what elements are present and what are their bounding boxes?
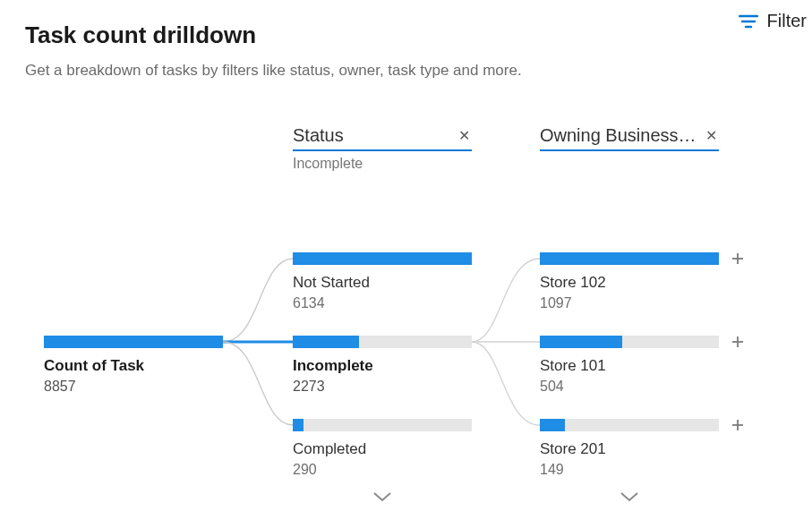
owning-value: 1097: [540, 295, 719, 311]
filter-icon: [739, 13, 758, 30]
expand-button[interactable]: [730, 334, 746, 350]
column-header-status-label: Status: [293, 125, 344, 146]
root-value: 8857: [44, 379, 223, 395]
owning-value: 504: [540, 379, 719, 395]
column-header-status-sublabel: Incomplete: [293, 156, 363, 172]
status-node-not-started[interactable]: Not Started 6134: [293, 252, 472, 311]
status-node-incomplete[interactable]: Incomplete 2273: [293, 336, 472, 395]
root-name: Count of Task: [44, 357, 223, 375]
page-title: Task count drilldown: [25, 21, 812, 49]
chevron-down-icon[interactable]: [372, 490, 393, 507]
status-value: 2273: [293, 379, 472, 395]
status-name: Incomplete: [293, 357, 472, 375]
owning-bar: [540, 336, 719, 348]
owning-node-store-102[interactable]: Store 102 1097: [540, 252, 719, 311]
owning-node-store-201[interactable]: Store 201 149: [540, 419, 719, 478]
status-value: 6134: [293, 295, 472, 311]
status-name: Not Started: [293, 274, 472, 292]
filter-label: Filter: [767, 11, 807, 31]
root-bar: [44, 336, 223, 348]
chevron-down-icon[interactable]: [619, 490, 640, 507]
status-bar: [293, 336, 472, 348]
close-icon[interactable]: ✕: [457, 127, 472, 144]
owning-name: Store 201: [540, 440, 719, 458]
filter-button[interactable]: Filter: [739, 11, 812, 31]
status-value: 290: [293, 462, 472, 478]
owning-value: 149: [540, 462, 719, 478]
status-bar: [293, 252, 472, 265]
column-header-status[interactable]: Status ✕: [293, 125, 472, 151]
expand-button[interactable]: [730, 417, 746, 433]
close-icon[interactable]: ✕: [704, 127, 719, 144]
status-bar: [293, 419, 472, 431]
owning-name: Store 102: [540, 274, 719, 292]
status-name: Completed: [293, 440, 472, 458]
page-subtitle: Get a breakdown of tasks by filters like…: [25, 62, 812, 80]
owning-node-store-101[interactable]: Store 101 504: [540, 336, 719, 395]
column-header-owning-label: Owning Business…: [540, 125, 697, 146]
owning-bar: [540, 252, 719, 265]
owning-bar: [540, 419, 719, 431]
owning-name: Store 101: [540, 357, 719, 375]
column-header-owning[interactable]: Owning Business… ✕: [540, 125, 719, 151]
status-node-completed[interactable]: Completed 290: [293, 419, 472, 478]
expand-button[interactable]: [730, 251, 746, 267]
root-node[interactable]: Count of Task 8857: [44, 336, 223, 395]
